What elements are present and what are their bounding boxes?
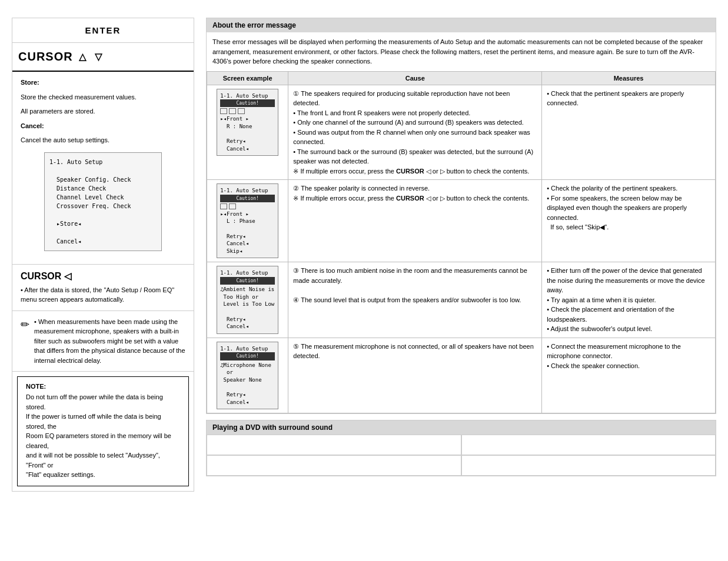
cause-cell-2: ② The speaker polarity is connected in r… [288,180,542,262]
store-text2: All parameters are stored. [21,106,185,116]
cursor-section: CURSOR △ ▽ [12,43,194,72]
error-header: About the error message [207,18,716,32]
screen-box-store: 1-1. Auto Setup Speaker Config. Check Di… [44,152,162,251]
dvd-cell-4 [461,455,716,476]
cancel-text: Cancel the auto setup settings. [21,135,185,145]
mini-screen-1: 1-1. Auto Setup Caution! ▸◂Front ▸ R : N… [217,89,278,156]
cursor-up: △ [79,51,87,62]
mini-screen-2: 1-1. Auto Setup Caution! ▸◂Front ▸ L : P… [217,183,278,258]
measures-cell-1: • Check that the pertinent speakers are … [542,85,716,180]
store-cancel-section: Store: Store the checked measurement val… [12,72,194,265]
error-intro: These error messages will be displayed w… [207,32,716,71]
pencil-note-text: • When measurements have been made using… [34,317,185,366]
caution-label: Caution! [220,99,275,107]
cursor-left-text2: menu screen appears automatically. [21,295,185,305]
table-row: 1-1. Auto Setup Caution! ▸◂Front ▸ L : P… [207,180,716,262]
error-section: About the error message These error mess… [206,18,716,414]
dvd-cell-2 [461,435,716,455]
table-row: 1-1. Auto Setup Caution! ♫Microphone Non… [207,338,716,413]
caution-label-4: Caution! [220,352,275,360]
enter-section: ENTER [12,18,194,43]
left-column: ENTER CURSOR △ ▽ Store: Store the checke… [12,18,194,492]
pencil-icon: ✏ [21,318,29,331]
col-header-screen: Screen example [207,71,288,85]
pencil-note-section: ✏ • When measurements have been made usi… [12,311,194,372]
dvd-cell-3 [207,455,461,476]
cursor-text: CURSOR [18,50,73,64]
table-row: 1-1. Auto Setup Caution! ▸◂Front ▸ R : N… [207,85,716,180]
screen-cell-2: 1-1. Auto Setup Caution! ▸◂Front ▸ L : P… [207,180,288,262]
measures-cell-2: • Check the polarity of the pertinent sp… [542,180,716,262]
note-title: NOTE: [26,383,180,390]
caution-label-2: Caution! [220,195,275,202]
cause-cell-3: ③ There is too much ambient noise in the… [288,262,542,338]
dvd-cell-1 [207,435,461,455]
note-text: Do not turn off the power while the data… [26,392,180,480]
cursor-label: CURSOR △ ▽ [18,50,188,64]
cursor-left-section: CURSOR ◁ • After the data is stored, the… [12,265,194,311]
mini-screen-3: 1-1. Auto Setup Caution! ♫Ambient Noise … [217,266,278,333]
cursor-arrows: △ ▽ [79,51,102,62]
caution-label-3: Caution! [220,277,275,285]
dvd-section: Playing a DVD with surround sound [206,420,716,476]
col-header-cause: Cause [288,71,542,85]
right-column: About the error message These error mess… [206,18,716,492]
cursor-down: ▽ [95,51,102,62]
cause-cell-1: ① The speakers required for producing su… [288,85,542,180]
error-table: Screen example Cause Measures 1-1. Auto … [207,71,716,414]
dvd-content [207,435,716,476]
measures-cell-3: • Either turn off the power of the devic… [542,262,716,338]
screen-cell-1: 1-1. Auto Setup Caution! ▸◂Front ▸ R : N… [207,85,288,180]
cancel-title: Cancel: [21,122,44,129]
store-title: Store: [21,79,39,86]
measures-cell-4: • Connect the measurement microphone to … [542,338,716,413]
cause-cell-4: ⑤ The measurement microphone is not conn… [288,338,542,413]
table-row: 1-1. Auto Setup Caution! ♫Ambient Noise … [207,262,716,338]
note-section: NOTE: Do not turn off the power while th… [17,376,189,486]
store-text1: Store the checked measurement values. [21,92,185,102]
cursor-left-text1: • After the data is stored, the "Auto Se… [21,285,185,295]
col-header-measures: Measures [542,71,716,85]
enter-title: ENTER [18,25,188,35]
mini-screen-4: 1-1. Auto Setup Caution! ♫Microphone Non… [217,342,278,409]
screen-cell-4: 1-1. Auto Setup Caution! ♫Microphone Non… [207,338,288,413]
dvd-header: Playing a DVD with surround sound [207,420,716,435]
cursor-left-title: CURSOR ◁ [21,271,185,282]
screen-cell-3: 1-1. Auto Setup Caution! ♫Ambient Noise … [207,262,288,338]
